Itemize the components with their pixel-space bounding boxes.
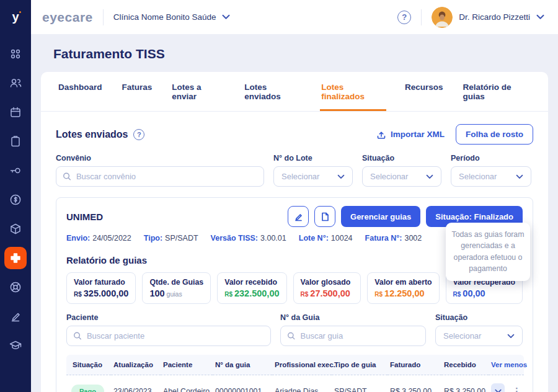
gerenciar-guias-button[interactable]: Gerenciar guias [341,206,420,227]
user-name: Dr. Ricardo Pizzetti [459,12,530,22]
filter-convenio: Convênio [56,154,264,187]
sidebar-item-agenda[interactable] [4,101,27,123]
filter-lote: N° do Lote Selecionar [273,154,353,187]
key-icon [9,164,22,177]
logo-y-icon: y [12,10,19,24]
col-tipo-de-guia: Tipo de guia [332,355,388,375]
clinic-name: Clínica Nome Bonito Saúde [113,12,216,22]
guia-search-input[interactable] [300,331,419,341]
filter-guia-situacao: Situação Selecionar [435,313,523,346]
col-atualizacao: Atualização [111,355,161,375]
filter-guia: N° da Guia [280,313,426,346]
chevron-down-icon [426,174,433,179]
col-situacao: Situação [66,355,111,375]
chevron-down-icon [516,174,523,179]
meta-lote-n: Lote N°:10024 [299,234,353,243]
stat-valor-em-aberto: Valor em aberto R$12.250,00 [367,272,439,304]
lifebuoy-icon [9,280,22,294]
page-title: Faturamento TISS [31,34,558,72]
guia-situacao-select[interactable]: Selecionar [435,326,523,346]
search-icon [63,172,71,181]
col-paciente: Paciente [161,355,213,375]
sidebar-item-records[interactable] [4,130,27,153]
meta-versao: Versão TISS:3.00.01 [211,234,286,243]
clinic-selector[interactable]: Clínica Nome Bonito Saúde [113,12,230,22]
convenio-search-input[interactable] [76,172,257,181]
filter-paciente: Paciente [66,313,271,346]
tab-lotes-finalizados[interactable]: Lotes finalizados [320,72,386,111]
paciente-search-input[interactable] [87,331,264,341]
user-menu[interactable]: Dr. Ricardo Pizzetti [432,7,544,28]
sidebar-item-finance[interactable] [4,189,27,211]
sidebar-item-prescriptions[interactable] [4,305,27,327]
row-menu-icon[interactable]: ⋮ [512,386,521,392]
sidebar: y [0,0,31,392]
app-logo[interactable]: y [0,0,31,34]
dollar-circle-icon [9,193,22,207]
graduation-cap-icon [9,339,22,352]
section-help-icon[interactable]: ? [133,129,144,140]
guides-table: Situação Atualização Paciente N° da guia… [66,355,524,392]
tab-dashboard[interactable]: Dashboard [57,72,104,111]
filter-label: N° do Lote [273,154,353,163]
stat-valor-recebido: Valor recebido R$232.500,00 [217,272,286,304]
sidebar-item-education[interactable] [4,334,27,357]
pencil-icon [9,310,22,323]
sidebar-item-support[interactable] [4,276,27,298]
chevron-down-icon [222,14,230,20]
package-icon [9,222,22,236]
sidebar-item-tiss-billing[interactable] [4,247,27,269]
edit-lote-button[interactable] [288,206,309,227]
tab-lotes-enviados[interactable]: Lotes enviados [243,72,303,111]
col-n-da-guia: N° da guia [213,355,272,375]
filter-periodo: Período Selecionar [451,154,531,187]
brand-logo: eyecare [42,10,93,25]
tab-lotes-a-enviar[interactable]: Lotes a enviar [170,72,226,111]
periodo-select[interactable]: Selecionar [451,166,531,187]
divider [421,9,422,25]
col-faturado: Faturado [388,355,441,375]
apps-grid-icon [9,47,22,61]
meta-tipo: Tipo:SP/SADT [144,234,198,243]
medical-cross-icon [9,252,22,264]
help-icon[interactable]: ? [397,11,411,24]
expand-row-button[interactable] [491,383,505,392]
folha-de-rosto-button[interactable]: Folha de rosto [456,124,533,145]
document-button[interactable] [314,206,335,227]
import-xml-link[interactable]: Importar XML [376,130,445,140]
lote-select[interactable]: Selecionar [273,166,353,187]
chevron-down-icon [536,14,544,20]
situacao-select[interactable]: Selecionar [362,166,441,187]
table-row: Pago 23/06/2023 Abel Cordeiro 0000000100… [66,375,524,392]
lote-card: UNIMED Gerenciar guias Situação: Finaliz… [56,197,533,392]
meta-fatura-n: Fatura N°:3002 [365,234,422,243]
tab-faturas[interactable]: Faturas [121,72,154,111]
filter-label: Situação [362,154,441,163]
col-profissional: Profissional exec. [272,355,332,375]
filter-situacao: Situação Selecionar [362,154,441,187]
chevron-down-icon [337,174,345,179]
chevron-down-icon [495,389,502,392]
top-bar: eyecare Clínica Nome Bonito Saúde ? Dr. … [31,0,558,34]
main-content: Faturamento TISS Dashboard Faturas Lotes… [31,34,558,392]
status-tooltip: Todas as guias foram gerenciadas e a ope… [446,223,530,281]
sidebar-item-inventory[interactable] [4,218,27,240]
filter-label: Período [451,154,531,163]
sidebar-item-access[interactable] [4,159,27,182]
search-icon [73,331,82,341]
operator-name: UNIMED [66,212,103,222]
pencil-icon [293,212,304,222]
sidebar-item-patients[interactable] [4,72,27,94]
tab-relatorio-de-guias[interactable]: Relatório de guias [461,72,532,111]
stat-valor-faturado: Valor faturado R$325.000,00 [66,272,136,304]
avatar [432,7,453,28]
stat-valor-glosado: Valor glosado R$27.500,00 [293,272,361,304]
users-icon [9,76,22,90]
clipboard-icon [9,135,22,148]
sidebar-item-dashboard[interactable] [4,43,27,65]
search-icon [287,331,295,341]
tab-recursos[interactable]: Recursos [404,72,445,111]
section-title: Lotes enviados [56,129,128,140]
ver-menos-link[interactable]: Ver menos [489,355,524,375]
meta-envio: Envio:24/05/2022 [66,234,131,243]
